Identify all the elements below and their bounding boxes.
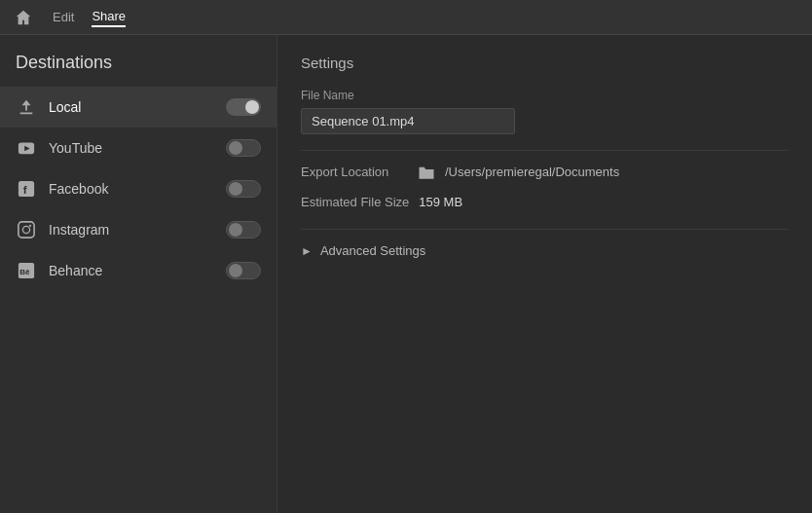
instagram-label: Instagram — [49, 222, 226, 238]
settings-title: Settings — [301, 55, 789, 71]
main-layout: Destinations Local YouTube — [0, 35, 812, 513]
destination-item-youtube[interactable]: YouTube — [0, 128, 277, 168]
file-name-row: File Name Sequence 01.mp4 — [301, 89, 789, 134]
advanced-settings-label: Advanced Settings — [320, 243, 425, 258]
destinations-title: Destinations — [0, 35, 277, 87]
svg-text:Bē: Bē — [19, 268, 30, 276]
left-panel: Destinations Local YouTube — [0, 35, 277, 513]
svg-point-6 — [29, 225, 31, 227]
youtube-icon — [16, 137, 37, 159]
destination-item-instagram[interactable]: Instagram — [0, 209, 277, 250]
upload-icon — [16, 96, 37, 118]
facebook-label: Facebook — [49, 181, 226, 197]
behance-toggle-knob — [229, 264, 242, 277]
right-panel: Settings File Name Sequence 01.mp4 Expor… — [277, 35, 812, 513]
behance-label: Behance — [49, 263, 226, 278]
export-location-label: Export Location — [301, 165, 408, 179]
divider-2 — [301, 229, 789, 230]
export-location-row: Export Location /Users/premieregal/Docum… — [301, 165, 789, 179]
file-name-value[interactable]: Sequence 01.mp4 — [301, 108, 515, 134]
file-size-row: Estimated File Size 159 MB — [301, 195, 789, 209]
folder-icon — [418, 165, 435, 179]
instagram-toggle[interactable] — [226, 221, 261, 238]
youtube-label: YouTube — [49, 140, 226, 156]
local-label: Local — [49, 99, 226, 115]
divider-1 — [301, 150, 789, 151]
facebook-toggle-knob — [229, 182, 242, 196]
instagram-icon — [16, 219, 37, 240]
estimated-size-label: Estimated File Size — [301, 195, 409, 209]
youtube-toggle-knob — [229, 141, 242, 155]
destination-item-behance[interactable]: Bē Behance — [0, 250, 277, 291]
advanced-settings-row[interactable]: ► Advanced Settings — [301, 243, 789, 258]
youtube-toggle[interactable] — [226, 139, 261, 157]
menu-item-edit[interactable]: Edit — [53, 8, 74, 26]
behance-icon: Bē — [16, 260, 37, 281]
chevron-right-icon: ► — [301, 244, 313, 258]
local-toggle-knob — [245, 100, 259, 114]
instagram-toggle-knob — [229, 223, 242, 237]
home-button[interactable] — [12, 6, 35, 29]
facebook-toggle[interactable] — [226, 180, 261, 198]
svg-point-5 — [22, 226, 29, 233]
file-name-label: File Name — [301, 89, 789, 102]
facebook-icon: f — [16, 178, 37, 200]
svg-text:f: f — [23, 183, 27, 196]
local-toggle[interactable] — [226, 98, 261, 116]
svg-rect-4 — [18, 222, 34, 238]
destination-item-facebook[interactable]: f Facebook — [0, 168, 277, 209]
estimated-size-value: 159 MB — [419, 195, 462, 209]
destination-item-local[interactable]: Local — [0, 87, 277, 128]
behance-toggle[interactable] — [226, 262, 261, 279]
menu-bar: Edit Share — [0, 0, 812, 35]
export-path-value[interactable]: /Users/premieregal/Documents — [445, 165, 619, 179]
menu-item-share[interactable]: Share — [92, 7, 126, 27]
